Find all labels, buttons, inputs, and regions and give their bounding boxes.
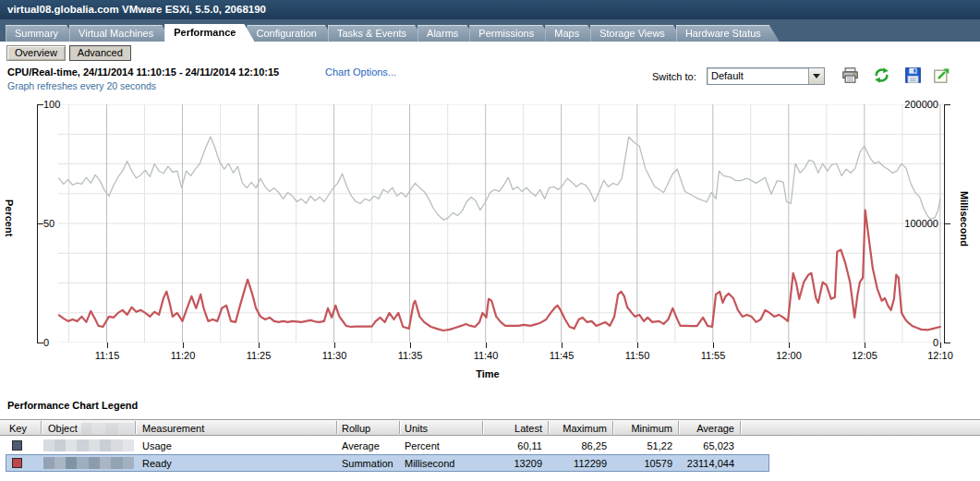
y-left-axis-title: Percent [4,199,15,236]
column-header-maximum[interactable]: Maximum [548,422,607,435]
overview-button[interactable]: Overview [6,45,66,61]
switch-to-value: Default [711,70,744,81]
x-tick-label: 11:30 [314,350,355,361]
tab-storage-views[interactable]: Storage Views [590,25,684,42]
cell-minimum: 10579 [612,457,672,470]
view-switch-bar: OverviewAdvanced [6,45,131,61]
y-left-tick-label: 100 [43,99,80,110]
cell-maximum: 112299 [548,457,607,470]
cell-maximum: 86,25 [548,439,607,452]
x-axis-tick [107,343,108,348]
tab-summary[interactable]: Summary [6,25,77,42]
x-tick-label: 11:25 [238,350,279,361]
y-right-tick-label: 0 [866,337,938,348]
x-tick-label: 11:50 [617,350,658,361]
column-header-measurement[interactable]: Measurement [142,422,336,435]
print-icon[interactable] [841,66,860,85]
column-header-latest[interactable]: Latest [482,422,542,435]
x-tick-label: 11:20 [163,350,203,361]
x-axis-tick [713,343,714,348]
x-axis-tick [486,343,487,348]
x-axis-tick [183,343,184,348]
legend-title: Performance Chart Legend [7,400,138,411]
cell-rollup: Average [342,439,399,452]
y-left-tick-label: 0 [43,337,80,348]
column-separator [612,421,613,434]
x-axis-tick [259,343,260,348]
x-tick-label: 11:45 [541,350,582,361]
tab-virtual-machines[interactable]: Virtual Machines [69,25,172,42]
y-right-tick-label: 200000 [866,99,938,110]
series-key-swatch [12,458,22,468]
vsphere-performance-window: virtual08.globalia.com VMware ESXi, 5.5.… [0,0,980,481]
tab-maps[interactable]: Maps [545,25,598,42]
x-tick-label: 11:40 [466,350,506,361]
tab-bar: SummaryVirtual MachinesPerformanceConfig… [0,19,980,42]
redacted-object-name [43,457,134,469]
column-header-average[interactable]: Average [678,422,734,435]
column-header-minimum[interactable]: Minimum [612,422,672,435]
x-tick-label: 11:35 [390,350,430,361]
x-axis-tick [410,343,411,348]
refresh-note: Graph refreshes every 20 seconds [7,80,156,91]
x-axis-tick [789,343,790,348]
x-tick-label: 12:00 [768,350,809,361]
advanced-button[interactable]: Advanced [69,45,131,61]
cell-average: 23114,044 [678,457,734,470]
y-right-tick-label: 100000 [866,218,938,229]
x-axis-tick [940,343,941,348]
cell-measurement: Usage [142,439,336,452]
cell-minimum: 51,22 [612,439,672,452]
x-axis-tick [334,343,335,348]
chevron-down-icon[interactable] [808,68,824,84]
x-axis-tick [562,343,563,348]
save-icon[interactable] [904,66,923,85]
right-axis-tick [944,223,950,224]
tab-performance[interactable]: Performance [164,24,254,42]
redacted-area [81,423,134,434]
x-axis-title: Time [460,368,515,379]
popout-icon[interactable] [933,66,951,85]
x-tick-label: 12:05 [844,350,885,361]
column-separator [548,421,549,434]
cell-measurement: Ready [142,457,336,470]
cell-latest: 60,11 [482,439,542,452]
column-header-rollup[interactable]: Rollup [342,422,399,435]
window-title: virtual08.globalia.com VMware ESXi, 5.5.… [0,0,980,19]
column-separator [678,421,679,434]
tab-tasks-events[interactable]: Tasks & Events [328,25,425,42]
column-separator [740,421,741,434]
performance-chart-plot [58,104,944,343]
cell-average: 65,023 [678,439,734,452]
column-header-key[interactable]: Key [9,422,41,435]
x-tick-label: 11:15 [87,350,127,361]
redacted-object-name [43,439,134,451]
tab-configuration[interactable]: Configuration [247,25,334,42]
legend-row-usage[interactable]: UsageAveragePercent60,1186,2551,2265,023 [0,437,980,454]
tab-hardware-status[interactable]: Hardware Status [676,25,780,42]
right-axis-tick [944,104,950,105]
cell-rollup: Summation [342,457,399,470]
cell-units: Percent [405,439,482,452]
cell-units: Millisecond [405,457,482,470]
legend-table-header: KeyObjectMeasurementRollupUnitsLatestMax… [0,419,980,436]
column-separator [482,421,483,434]
tab-permissions[interactable]: Permissions [469,25,552,42]
left-axis-tick [37,343,43,343]
cell-latest: 13209 [482,457,542,470]
series-key-swatch [12,440,22,451]
chart-options-link[interactable]: Chart Options... [325,66,396,78]
legend-row-ready[interactable]: ReadySummationMillisecond132091122991057… [0,454,980,472]
x-axis-tick [637,343,638,348]
column-header-units[interactable]: Units [405,422,482,435]
column-separator [336,421,337,434]
x-tick-label: 11:55 [693,350,733,361]
switch-to-dropdown[interactable]: Default [707,67,825,85]
column-separator [41,421,42,434]
y-right-axis-title: Millisecond [959,191,970,247]
chart-title: CPU/Real-time, 24/11/2014 11:10:15 - 24/… [7,66,279,78]
refresh-icon[interactable] [873,66,891,85]
column-separator [399,421,400,434]
column-separator [135,421,136,434]
tab-alarms[interactable]: Alarms [417,25,477,42]
